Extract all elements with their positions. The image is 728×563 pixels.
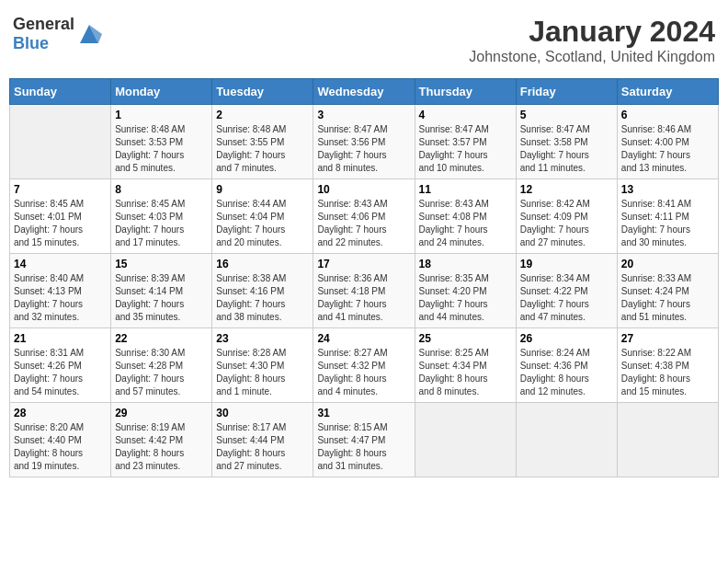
day-cell: 7Sunrise: 8:45 AM Sunset: 4:01 PM Daylig… — [10, 179, 111, 254]
header-row: SundayMondayTuesdayWednesdayThursdayFrid… — [10, 79, 719, 105]
day-info: Sunrise: 8:38 AM Sunset: 4:16 PM Dayligh… — [216, 272, 309, 324]
logo-blue: Blue — [13, 34, 49, 52]
day-cell: 3Sunrise: 8:47 AM Sunset: 3:56 PM Daylig… — [313, 105, 415, 179]
day-cell: 22Sunrise: 8:30 AM Sunset: 4:28 PM Dayli… — [111, 328, 212, 403]
main-title: January 2024 — [469, 15, 715, 49]
day-cell — [516, 403, 617, 477]
day-info: Sunrise: 8:30 AM Sunset: 4:28 PM Dayligh… — [115, 347, 208, 398]
calendar-table: SundayMondayTuesdayWednesdayThursdayFrid… — [9, 78, 719, 477]
day-cell: 5Sunrise: 8:47 AM Sunset: 3:58 PM Daylig… — [516, 105, 617, 179]
day-cell: 12Sunrise: 8:42 AM Sunset: 4:09 PM Dayli… — [516, 179, 617, 254]
header-cell-friday: Friday — [516, 79, 617, 105]
day-number: 27 — [621, 332, 714, 345]
day-cell: 18Sunrise: 8:35 AM Sunset: 4:20 PM Dayli… — [415, 254, 516, 328]
week-row-2: 7Sunrise: 8:45 AM Sunset: 4:01 PM Daylig… — [10, 179, 719, 254]
day-cell: 24Sunrise: 8:27 AM Sunset: 4:32 PM Dayli… — [313, 328, 415, 403]
day-info: Sunrise: 8:31 AM Sunset: 4:26 PM Dayligh… — [14, 347, 107, 398]
day-info: Sunrise: 8:47 AM Sunset: 3:56 PM Dayligh… — [317, 123, 410, 175]
header-cell-saturday: Saturday — [617, 79, 718, 105]
day-cell: 26Sunrise: 8:24 AM Sunset: 4:36 PM Dayli… — [516, 328, 617, 403]
day-number: 30 — [216, 407, 309, 419]
day-cell: 17Sunrise: 8:36 AM Sunset: 4:18 PM Dayli… — [313, 254, 415, 328]
day-number: 3 — [317, 109, 410, 121]
day-info: Sunrise: 8:15 AM Sunset: 4:47 PM Dayligh… — [317, 421, 410, 473]
day-number: 18 — [419, 258, 512, 270]
day-info: Sunrise: 8:22 AM Sunset: 4:38 PM Dayligh… — [621, 347, 714, 398]
day-cell: 30Sunrise: 8:17 AM Sunset: 4:44 PM Dayli… — [212, 403, 313, 477]
day-number: 7 — [14, 183, 107, 196]
day-info: Sunrise: 8:47 AM Sunset: 3:58 PM Dayligh… — [520, 123, 613, 175]
page-header: General Blue January 2024 Johnstone, Sco… — [9, 9, 719, 71]
day-number: 16 — [216, 258, 309, 270]
day-info: Sunrise: 8:43 AM Sunset: 4:06 PM Dayligh… — [317, 198, 410, 249]
day-number: 14 — [14, 258, 107, 270]
day-info: Sunrise: 8:24 AM Sunset: 4:36 PM Dayligh… — [520, 347, 613, 398]
day-info: Sunrise: 8:46 AM Sunset: 4:00 PM Dayligh… — [621, 123, 714, 175]
day-cell — [617, 403, 718, 477]
day-cell: 1Sunrise: 8:48 AM Sunset: 3:53 PM Daylig… — [111, 105, 212, 179]
header-cell-sunday: Sunday — [10, 79, 111, 105]
day-number: 11 — [419, 183, 512, 196]
day-cell: 28Sunrise: 8:20 AM Sunset: 4:40 PM Dayli… — [10, 403, 111, 477]
day-cell: 16Sunrise: 8:38 AM Sunset: 4:16 PM Dayli… — [212, 254, 313, 328]
day-cell: 20Sunrise: 8:33 AM Sunset: 4:24 PM Dayli… — [617, 254, 718, 328]
day-info: Sunrise: 8:45 AM Sunset: 4:03 PM Dayligh… — [115, 198, 208, 249]
day-cell: 8Sunrise: 8:45 AM Sunset: 4:03 PM Daylig… — [111, 179, 212, 254]
day-cell: 13Sunrise: 8:41 AM Sunset: 4:11 PM Dayli… — [617, 179, 718, 254]
day-number: 20 — [621, 258, 714, 270]
day-info: Sunrise: 8:17 AM Sunset: 4:44 PM Dayligh… — [216, 421, 309, 473]
day-number: 31 — [317, 407, 410, 419]
logo-text: General Blue — [13, 15, 74, 53]
day-number: 9 — [216, 183, 309, 196]
day-info: Sunrise: 8:48 AM Sunset: 3:53 PM Dayligh… — [115, 123, 208, 175]
subtitle: Johnstone, Scotland, United Kingdom — [469, 49, 715, 65]
week-row-1: 1Sunrise: 8:48 AM Sunset: 3:53 PM Daylig… — [10, 105, 719, 179]
calendar-body: 1Sunrise: 8:48 AM Sunset: 3:53 PM Daylig… — [10, 105, 719, 477]
title-section: January 2024 Johnstone, Scotland, United… — [469, 15, 715, 65]
day-cell: 9Sunrise: 8:44 AM Sunset: 4:04 PM Daylig… — [212, 179, 313, 254]
day-info: Sunrise: 8:20 AM Sunset: 4:40 PM Dayligh… — [14, 421, 107, 473]
day-info: Sunrise: 8:36 AM Sunset: 4:18 PM Dayligh… — [317, 272, 410, 324]
day-number: 8 — [115, 183, 208, 196]
day-info: Sunrise: 8:34 AM Sunset: 4:22 PM Dayligh… — [520, 272, 613, 324]
day-number: 4 — [419, 109, 512, 121]
day-cell: 11Sunrise: 8:43 AM Sunset: 4:08 PM Dayli… — [415, 179, 516, 254]
logo-general: General — [13, 15, 74, 33]
day-cell: 4Sunrise: 8:47 AM Sunset: 3:57 PM Daylig… — [415, 105, 516, 179]
day-info: Sunrise: 8:42 AM Sunset: 4:09 PM Dayligh… — [520, 198, 613, 249]
day-cell: 6Sunrise: 8:46 AM Sunset: 4:00 PM Daylig… — [617, 105, 718, 179]
day-info: Sunrise: 8:35 AM Sunset: 4:20 PM Dayligh… — [419, 272, 512, 324]
day-cell — [415, 403, 516, 477]
day-info: Sunrise: 8:41 AM Sunset: 4:11 PM Dayligh… — [621, 198, 714, 249]
day-info: Sunrise: 8:28 AM Sunset: 4:30 PM Dayligh… — [216, 347, 309, 398]
day-number: 26 — [520, 332, 613, 345]
day-number: 12 — [520, 183, 613, 196]
day-cell: 31Sunrise: 8:15 AM Sunset: 4:47 PM Dayli… — [313, 403, 415, 477]
day-number: 24 — [317, 332, 410, 345]
day-info: Sunrise: 8:43 AM Sunset: 4:08 PM Dayligh… — [419, 198, 512, 249]
header-cell-tuesday: Tuesday — [212, 79, 313, 105]
day-cell: 29Sunrise: 8:19 AM Sunset: 4:42 PM Dayli… — [111, 403, 212, 477]
day-number: 23 — [216, 332, 309, 345]
week-row-4: 21Sunrise: 8:31 AM Sunset: 4:26 PM Dayli… — [10, 328, 719, 403]
day-info: Sunrise: 8:40 AM Sunset: 4:13 PM Dayligh… — [14, 272, 107, 324]
day-cell: 21Sunrise: 8:31 AM Sunset: 4:26 PM Dayli… — [10, 328, 111, 403]
day-info: Sunrise: 8:27 AM Sunset: 4:32 PM Dayligh… — [317, 347, 410, 398]
header-cell-wednesday: Wednesday — [313, 79, 415, 105]
day-number: 28 — [14, 407, 107, 419]
day-cell: 15Sunrise: 8:39 AM Sunset: 4:14 PM Dayli… — [111, 254, 212, 328]
day-cell: 25Sunrise: 8:25 AM Sunset: 4:34 PM Dayli… — [415, 328, 516, 403]
header-cell-thursday: Thursday — [415, 79, 516, 105]
day-number: 19 — [520, 258, 613, 270]
day-info: Sunrise: 8:25 AM Sunset: 4:34 PM Dayligh… — [419, 347, 512, 398]
day-info: Sunrise: 8:47 AM Sunset: 3:57 PM Dayligh… — [419, 123, 512, 175]
day-cell: 27Sunrise: 8:22 AM Sunset: 4:38 PM Dayli… — [617, 328, 718, 403]
day-number: 5 — [520, 109, 613, 121]
day-number: 13 — [621, 183, 714, 196]
day-cell — [10, 105, 111, 179]
day-number: 15 — [115, 258, 208, 270]
day-info: Sunrise: 8:19 AM Sunset: 4:42 PM Dayligh… — [115, 421, 208, 473]
logo: General Blue — [13, 15, 102, 53]
day-number: 2 — [216, 109, 309, 121]
day-number: 22 — [115, 332, 208, 345]
